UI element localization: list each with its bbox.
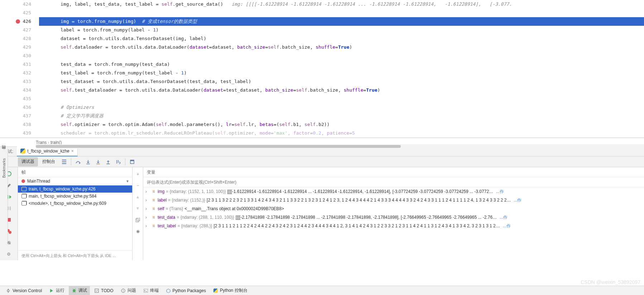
down-icon[interactable]: ▼ <box>133 204 143 213</box>
debug-panel: ⚙ 帧 MainThread ▾ train, t_fbcsp_window_k… <box>0 167 644 260</box>
debugger-tab[interactable]: 调试器 <box>18 157 38 166</box>
todo-tab[interactable]: TODO <box>91 286 116 295</box>
frame-label: train, t_fbcsp_window_kzhe.py:426 <box>29 187 96 192</box>
show-icon[interactable]: ◉ <box>133 227 143 236</box>
variable-row[interactable]: ›≡test_label = {ndarray: (288,)} [2 3 1 … <box>143 222 644 230</box>
code-content[interactable]: img, label, test_data, test_label = self… <box>39 0 644 137</box>
variable-row[interactable]: ›≡img = {ndarray: (1152, 1, 110, 100)} [… <box>143 187 644 196</box>
frame-label: <module>, t_fbcsp_window_kzhe.py:609 <box>29 201 106 206</box>
svg-rect-1 <box>96 164 100 164</box>
close-icon[interactable]: × <box>71 149 74 154</box>
threads-icon[interactable] <box>59 157 69 166</box>
variable-icon: ≡ <box>151 214 156 221</box>
stack-frame[interactable]: main, t_fbcsp_window_kzhe.py:584 <box>18 193 132 200</box>
step-into-icon[interactable] <box>83 157 93 166</box>
vars-header: 变量 <box>143 167 644 177</box>
expand-icon[interactable]: › <box>145 214 150 221</box>
editor-scrollbar-h[interactable] <box>36 144 644 149</box>
var-name: test_label <box>158 222 176 229</box>
var-name: img <box>158 188 164 195</box>
add-watch-icon[interactable]: ＋ <box>133 169 143 179</box>
var-actions[interactable]: ...作 <box>496 188 504 195</box>
svg-rect-2 <box>106 164 110 164</box>
debug-tab[interactable]: 调试 <box>69 286 90 295</box>
var-value: <__main__.Trans object at 0x0000024D99B7… <box>184 205 284 212</box>
var-type: = {ndarray: (288, 1, 110, 100)} <box>177 214 234 221</box>
python-packages-tab[interactable]: Python Packages <box>163 286 209 295</box>
svg-rect-18 <box>144 289 148 292</box>
packages-icon <box>166 288 171 293</box>
debug-toolbar: 调试器 控制台 <box>0 156 644 167</box>
svg-rect-4 <box>130 160 134 161</box>
var-value: [2 3 1 1 3 2 2 2 3 2 1 3 3 1 4 2 4 3 4 3… <box>207 197 511 204</box>
var-type: = {ndarray: (1152, 1, 110, 100)} <box>166 188 226 195</box>
vars-toolbar: ＋ － ▲ ▼ ◉ <box>133 167 143 260</box>
var-actions[interactable]: ...作 <box>503 222 511 229</box>
variables-panel: 变量 ›≡img = {ndarray: (1152, 1, 110, 100)… <box>143 167 644 260</box>
vcs-icon <box>6 288 11 293</box>
svg-rect-15 <box>95 289 98 292</box>
frames-hint: 使用 Ctrl+Alt+向上箭头 和 Ctrl+Alt+向下箭头 从 IDE .… <box>18 250 132 260</box>
variables-list[interactable]: ›≡img = {ndarray: (1152, 1, 110, 100)} [… <box>143 187 644 260</box>
status-bar: Version Control 运行 调试 TODO !问题 终端 Python… <box>0 286 644 295</box>
problems-tab[interactable]: !问题 <box>118 286 139 295</box>
var-value: [[[[-1.61228914 -1.61228914 -1.61228914 … <box>227 188 493 195</box>
python-console-tab[interactable]: Python 控制台 <box>210 286 250 295</box>
bug-icon <box>72 288 77 293</box>
var-name: self <box>158 205 164 212</box>
remove-watch-icon[interactable]: － <box>133 181 143 190</box>
line-gutter[interactable]: 4244254264274284294304314324334344354364… <box>0 0 34 137</box>
step-out-icon[interactable] <box>104 157 113 166</box>
var-name: test_data <box>158 214 175 221</box>
expand-icon[interactable]: › <box>145 205 150 212</box>
terminal-tab[interactable]: 终端 <box>140 286 162 295</box>
up-icon[interactable]: ▲ <box>133 192 143 202</box>
svg-point-10 <box>9 231 11 234</box>
breakpoint-icon[interactable] <box>16 19 20 24</box>
thread-status-icon <box>21 179 25 183</box>
variable-row[interactable]: ›≡label = {ndarray: (1152,)} [2 3 1 1 3 … <box>143 196 644 204</box>
svg-rect-7 <box>10 207 11 210</box>
thread-selector[interactable]: MainThread ▾ <box>18 177 132 185</box>
evaluate-input[interactable] <box>143 180 644 185</box>
stack-frame[interactable]: train, t_fbcsp_window_kzhe.py:426 <box>18 185 132 193</box>
version-control-tab[interactable]: Version Control <box>3 286 45 295</box>
step-over-icon[interactable] <box>73 157 83 166</box>
python-icon <box>20 149 25 154</box>
var-actions[interactable]: ...作 <box>514 197 522 204</box>
var-type: = {ndarray: (1152,)} <box>168 197 205 204</box>
watermark: CSDN @weixin_53892097 <box>581 279 640 285</box>
stack-frame[interactable]: <module>, t_fbcsp_window_kzhe.py:609 <box>18 200 132 207</box>
variable-row[interactable]: ›≡self = {Trans} <__main__.Trans object … <box>143 204 644 213</box>
variable-icon: ≡ <box>151 205 156 212</box>
eval-row <box>143 177 644 187</box>
variable-icon: ≡ <box>151 197 156 204</box>
evaluate-icon[interactable] <box>128 157 137 166</box>
fold-column[interactable] <box>34 0 39 137</box>
var-name: label <box>158 197 167 204</box>
step-into-my-icon[interactable] <box>93 157 103 166</box>
expand-icon[interactable]: › <box>145 188 150 195</box>
frame-list[interactable]: train, t_fbcsp_window_kzhe.py:426main, t… <box>18 185 132 250</box>
svg-rect-13 <box>137 218 140 221</box>
bookmarks-tab[interactable]: Bookmarks <box>2 158 6 178</box>
settings-icon[interactable]: ⚙ <box>4 250 14 259</box>
code-editor[interactable]: 4244254264274284294304314324334344354364… <box>0 0 644 138</box>
todo-icon <box>94 288 99 293</box>
expand-icon[interactable]: › <box>145 197 150 204</box>
variable-row[interactable]: ›≡test_data = {ndarray: (288, 1, 110, 10… <box>143 213 644 222</box>
var-value: [2 3 1 1 1 2 1 1 2 2 4 2 4 4 2 2 4 3 2 4… <box>213 222 500 229</box>
var-type: = {Trans} <box>166 205 183 212</box>
play-icon <box>49 288 54 293</box>
var-actions[interactable]: ...作 <box>500 214 508 221</box>
frames-header: 帧 <box>18 167 132 177</box>
frames-panel: 帧 MainThread ▾ train, t_fbcsp_window_kzh… <box>18 167 133 260</box>
run-to-cursor-icon[interactable] <box>114 157 123 166</box>
variable-icon: ≡ <box>151 188 156 195</box>
console-tab[interactable]: 控制台 <box>39 157 59 166</box>
run-tab[interactable]: 运行 <box>46 286 67 295</box>
terminal-icon <box>143 288 148 293</box>
var-type: = {ndarray: (288,)} <box>177 222 212 229</box>
expand-icon[interactable]: › <box>145 222 150 229</box>
copy-icon[interactable] <box>133 215 143 224</box>
